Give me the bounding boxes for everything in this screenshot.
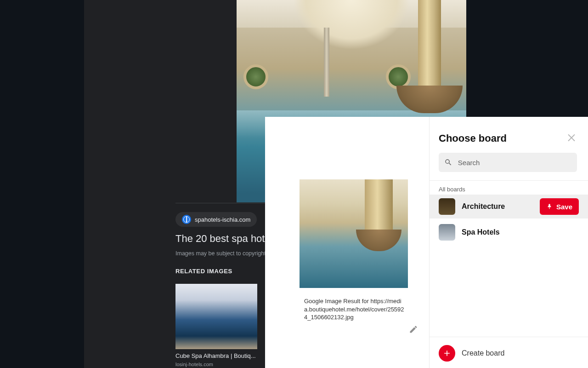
close-icon[interactable] (566, 132, 577, 143)
pin-preview-image (300, 179, 408, 288)
create-board-row[interactable]: Create board (430, 342, 588, 364)
create-board-label: Create board (462, 349, 504, 357)
globe-icon (182, 215, 191, 224)
board-thumbnail (439, 198, 455, 215)
source-domain: spahotels-ischia.com (195, 216, 250, 223)
related-images-heading: RELATED IMAGES (175, 268, 232, 275)
modal-board-panel: Choose board All boards Architecture Sav… (430, 117, 588, 368)
edit-icon[interactable] (409, 325, 420, 336)
board-row-architecture[interactable]: Architecture Save (430, 195, 588, 218)
save-button-label: Save (556, 203, 572, 211)
related-thumb-label[interactable]: Cube Spa Alhambra | Boutiq... (175, 352, 257, 359)
modal-preview-panel: Google Image Result for https://media.bo… (265, 117, 430, 368)
pinterest-save-modal: Google Image Result for https://media.bo… (265, 117, 588, 368)
pin-caption: Google Image Result for https://media.bo… (304, 297, 405, 322)
source-chip[interactable]: spahotels-ischia.com (175, 212, 257, 227)
board-name: Spa Hotels (462, 228, 500, 236)
related-thumb[interactable] (175, 284, 257, 349)
divider (430, 180, 588, 181)
save-button[interactable]: Save (540, 198, 579, 215)
board-search[interactable] (439, 153, 577, 172)
board-name: Architecture (462, 202, 505, 211)
copyright-text: Images may be subject to copyright. (175, 250, 267, 257)
all-boards-label: All boards (439, 186, 465, 193)
board-thumbnail (439, 224, 455, 241)
plus-icon (439, 345, 455, 362)
related-thumb-domain: losinj-hotels.com (175, 362, 213, 367)
pin-icon (546, 203, 553, 210)
search-icon (444, 158, 452, 167)
choose-board-heading: Choose board (439, 132, 507, 144)
board-row-spa-hotels[interactable]: Spa Hotels (430, 220, 588, 244)
board-search-input[interactable] (458, 159, 571, 167)
divider (430, 337, 588, 337)
